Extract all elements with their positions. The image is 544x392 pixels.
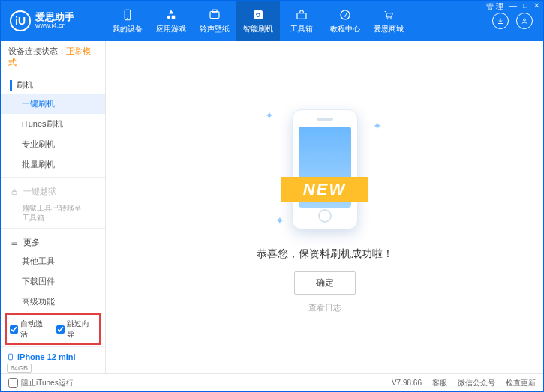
section-bar-icon (10, 80, 12, 91)
version-label: V7.98.66 (392, 379, 422, 387)
user-button[interactable] (516, 13, 533, 29)
download-button[interactable] (492, 13, 509, 29)
window-menu[interactable]: 管 理 (486, 1, 503, 12)
window-controls: 管 理 — □ ✕ (486, 1, 539, 12)
brand-site: www.i4.cn (35, 22, 74, 30)
skip-wizard-label: 跳过向导 (67, 319, 97, 340)
auto-activate-check[interactable]: 自动激活 (10, 319, 50, 340)
svg-point-10 (387, 18, 389, 19)
apps-icon (164, 8, 178, 22)
nav-ringtones[interactable]: 铃声壁纸 (193, 1, 236, 41)
nav-tutorials[interactable]: ? 教程中心 (323, 1, 367, 41)
section-title: 更多 (23, 237, 40, 248)
ok-button[interactable]: 确定 (294, 271, 356, 295)
new-ribbon: NEW (220, 174, 430, 205)
sidebar-item-other[interactable]: 其他工具 (1, 251, 105, 271)
sidebar: 设备连接状态：正常模式 刷机 一键刷机 iTunes刷机 专业刷机 批量刷机 一… (1, 41, 106, 373)
lock-icon (10, 187, 19, 196)
nav-smart-flash[interactable]: 智能刷机 (236, 1, 280, 41)
sidebar-item-itunes[interactable]: iTunes刷机 (1, 114, 105, 134)
refresh-icon (251, 8, 265, 22)
svg-text:?: ? (344, 12, 347, 19)
sparkle-icon: ✦ (275, 214, 284, 226)
view-log-link[interactable]: 查看日志 (308, 302, 341, 313)
svg-rect-7 (297, 13, 306, 19)
device-name: iPhone 12 mini (7, 352, 99, 362)
footer-update[interactable]: 检查更新 (506, 378, 536, 388)
main-panel: ✦ ✦ ✦ NEW 恭喜您，保资料刷机成功啦！ 确定 查看日志 (106, 41, 543, 373)
cart-icon (382, 8, 395, 22)
svg-rect-3 (172, 15, 176, 19)
menu-icon (10, 238, 19, 247)
phone-graphic (292, 109, 358, 229)
svg-point-11 (390, 18, 392, 19)
nav-apps[interactable]: 应用游戏 (149, 1, 193, 41)
maximize-button[interactable]: □ (523, 1, 527, 12)
footer-support[interactable]: 客服 (432, 378, 447, 388)
sparkle-icon: ✦ (265, 109, 274, 121)
nav-label: 工具箱 (290, 24, 313, 34)
svg-point-2 (167, 15, 171, 19)
svg-point-12 (524, 19, 526, 21)
auto-activate-label: 自动激活 (20, 319, 50, 340)
sparkle-icon: ✦ (373, 120, 382, 132)
nav-label: 铃声壁纸 (200, 24, 230, 34)
block-itunes-label: 阻止iTunes运行 (21, 378, 74, 388)
footer-wechat[interactable]: 微信公众号 (458, 378, 495, 388)
brand-name: 爱思助手 (35, 12, 74, 22)
nav-label: 我的设备 (113, 24, 143, 34)
toolbox-icon (295, 8, 308, 22)
brand: iU 爱思助手 www.i4.cn (1, 1, 106, 41)
connection-status: 设备连接状态：正常模式 (1, 41, 105, 73)
nav-label: 智能刷机 (243, 24, 273, 34)
nav-my-device[interactable]: 我的设备 (106, 1, 149, 41)
options-box: 自动激活 跳过向导 (5, 313, 101, 345)
nav-toolbox[interactable]: 工具箱 (280, 1, 323, 41)
title-bar: 管 理 — □ ✕ iU 爱思助手 www.i4.cn 我的设备 应用游戏 铃声 (1, 1, 543, 41)
block-itunes-input[interactable] (8, 378, 18, 388)
svg-rect-13 (12, 191, 17, 194)
svg-point-1 (127, 17, 128, 19)
skip-wizard-check[interactable]: 跳过向导 (56, 319, 97, 340)
block-itunes-check[interactable]: 阻止iTunes运行 (8, 378, 74, 388)
main-nav: 我的设备 应用游戏 铃声壁纸 智能刷机 工具箱 ? 教程中心 (106, 1, 492, 41)
svg-rect-5 (212, 10, 217, 12)
device-panel[interactable]: iPhone 12 mini 64GB Down-12mini-13,1 (1, 346, 105, 373)
section-jailbreak: 一键越狱 (1, 180, 105, 200)
section-title: 刷机 (17, 79, 33, 91)
jailbreak-label: 一键越狱 (23, 186, 56, 197)
ribbon-text: NEW (281, 177, 368, 202)
success-message: 恭喜您，保资料刷机成功啦！ (257, 247, 393, 261)
close-button[interactable]: ✕ (533, 1, 539, 12)
sidebar-item-advanced[interactable]: 高级功能 (1, 292, 105, 312)
svg-rect-4 (210, 11, 219, 18)
phone-icon (7, 352, 14, 362)
sidebar-item-download-fw[interactable]: 下载固件 (1, 271, 105, 292)
sidebar-item-pro[interactable]: 专业刷机 (1, 134, 105, 154)
nav-label: 爱思商城 (374, 24, 404, 34)
wallet-icon (208, 8, 221, 22)
nav-label: 应用游戏 (156, 24, 186, 34)
help-icon: ? (338, 8, 352, 22)
phone-icon (121, 8, 134, 22)
section-more: 更多 (1, 231, 105, 251)
minimize-button[interactable]: — (509, 1, 517, 12)
jailbreak-note: 越狱工具已转移至 工具箱 (1, 200, 105, 226)
sidebar-item-batch[interactable]: 批量刷机 (1, 154, 105, 175)
skip-wizard-input[interactable] (56, 325, 65, 334)
logo-icon: iU (10, 10, 31, 31)
success-illustration: ✦ ✦ ✦ NEW (250, 102, 400, 237)
nav-store[interactable]: 爱思商城 (367, 1, 410, 41)
auto-activate-input[interactable] (10, 325, 18, 334)
status-label: 设备连接状态： (8, 46, 66, 55)
section-flash: 刷机 (1, 73, 105, 94)
svg-rect-14 (9, 354, 13, 360)
storage-badge: 64GB (7, 364, 32, 373)
svg-rect-6 (254, 10, 263, 19)
sidebar-item-oneclick[interactable]: 一键刷机 (1, 94, 105, 114)
footer: 阻止iTunes运行 V7.98.66 客服 微信公众号 检查更新 (1, 373, 543, 391)
nav-label: 教程中心 (330, 24, 360, 34)
